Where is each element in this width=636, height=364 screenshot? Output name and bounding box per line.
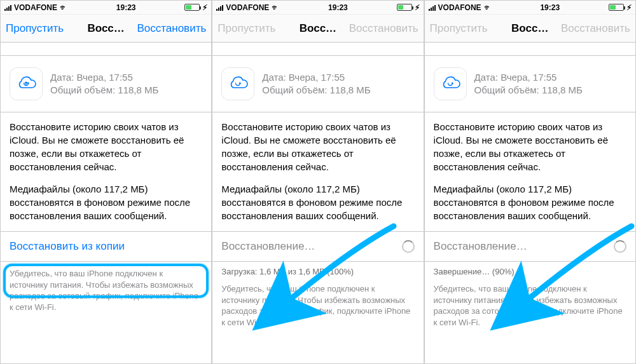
footnote-text: Убедитесь, что ваш iPhone подключен к ис… [1, 262, 211, 321]
restore-nav-button: Восстановить [349, 22, 418, 35]
cloud-restore-icon [10, 67, 43, 100]
restore-label: Восстановление… [221, 240, 315, 253]
backup-size: Общий объём: 118,8 МБ [474, 84, 583, 97]
skip-button: Пропустить [430, 22, 488, 35]
battery-icon [184, 4, 200, 11]
backup-date: Дата: Вчера, 17:55 [50, 71, 158, 84]
spinner-icon [614, 240, 626, 253]
backup-size: Общий объём: 118,8 МБ [50, 84, 158, 97]
description-text: Восстановите историю своих чатов из iClo… [1, 112, 211, 227]
status-bar: VODAFONE ᯤ 19:23 ⚡︎ [212, 1, 423, 15]
skip-button: Пропустить [218, 22, 275, 35]
screen-2: VODAFONE ᯤ 19:23 ⚡︎ Пропустить Восс… Вос… [212, 0, 424, 364]
clock: 19:23 [328, 3, 348, 12]
wifi-icon: ᯤ [484, 4, 492, 11]
progress-detail: Завершение… (90%) [425, 262, 635, 277]
carrier-label: VODAFONE [438, 3, 481, 12]
charging-icon: ⚡︎ [415, 3, 420, 12]
description-p2: Медиафайлы (около 117,2 МБ) восстановятс… [434, 182, 626, 222]
nav-bar: Пропустить Восс… Восстановить [1, 15, 211, 43]
restore-label: Восстановить из копии [10, 240, 125, 253]
nav-bar: Пропустить Восс… Восстановить [212, 15, 423, 43]
content: Дата: Вчера, 17:55 Общий объём: 118,8 МБ… [212, 43, 423, 363]
status-bar: VODAFONE ᯤ 19:23 ⚡︎ [425, 1, 635, 15]
backup-date: Дата: Вчера, 17:55 [262, 71, 370, 84]
backup-info-row: Дата: Вчера, 17:55 Общий объём: 118,8 МБ [1, 55, 211, 112]
wifi-icon: ᯤ [272, 4, 279, 11]
restore-from-backup-button[interactable]: Восстановить из копии [1, 231, 211, 262]
cloud-restore-icon [221, 67, 254, 100]
description-text: Восстановите историю своих чатов из iClo… [425, 112, 635, 227]
progress-detail: Загрузка: 1,6 МБ из 1,6 МБ (100%) [212, 262, 423, 277]
content: Дата: Вчера, 17:55 Общий объём: 118,8 МБ… [1, 43, 211, 363]
restore-nav-button[interactable]: Восстановить [137, 22, 206, 35]
screen-1: VODAFONE ᯤ 19:23 ⚡︎ Пропустить Восс… Вос… [0, 0, 212, 364]
description-text: Восстановите историю своих чатов из iClo… [212, 112, 423, 227]
restore-progress-row: Восстановление… [425, 231, 635, 262]
description-p1: Восстановите историю своих чатов из iClo… [434, 120, 626, 173]
signal-icon [4, 4, 11, 11]
cloud-restore-icon [434, 67, 467, 100]
signal-icon [429, 4, 436, 11]
content: Дата: Вчера, 17:55 Общий объём: 118,8 МБ… [425, 43, 635, 363]
backup-info-row: Дата: Вчера, 17:55 Общий объём: 118,8 МБ [425, 55, 635, 112]
status-bar: VODAFONE ᯤ 19:23 ⚡︎ [1, 1, 211, 15]
restore-label: Восстановление… [434, 240, 527, 253]
backup-size: Общий объём: 118,8 МБ [262, 84, 370, 97]
nav-bar: Пропустить Восс… Восстановить [425, 15, 635, 43]
restore-progress-row: Восстановление… [212, 231, 423, 262]
description-p1: Восстановите историю своих чатов из iClo… [10, 120, 202, 173]
description-p2: Медиафайлы (около 117,2 МБ) восстановятс… [10, 182, 202, 222]
spinner-icon [402, 240, 415, 253]
battery-icon [609, 4, 624, 11]
skip-button[interactable]: Пропустить [6, 22, 64, 35]
backup-info-row: Дата: Вчера, 17:55 Общий объём: 118,8 МБ [212, 55, 423, 112]
description-p2: Медиафайлы (около 117,2 МБ) восстановятс… [221, 182, 414, 222]
carrier-label: VODAFONE [226, 3, 269, 12]
carrier-label: VODAFONE [14, 3, 57, 12]
clock: 19:23 [540, 3, 560, 12]
charging-icon: ⚡︎ [626, 3, 632, 12]
backup-date: Дата: Вчера, 17:55 [474, 71, 583, 84]
clock: 19:23 [116, 3, 136, 12]
footnote-text: Убедитесь, что ваш iPhone подключен к ис… [212, 277, 423, 337]
screen-3: VODAFONE ᯤ 19:23 ⚡︎ Пропустить Восс… Вос… [424, 0, 636, 364]
description-p1: Восстановите историю своих чатов из iClo… [221, 120, 414, 173]
signal-icon [216, 4, 223, 11]
wifi-icon: ᯤ [60, 4, 67, 11]
charging-icon: ⚡︎ [202, 3, 207, 12]
footnote-text: Убедитесь, что ваш iPhone подключен к ис… [425, 277, 635, 337]
battery-icon [397, 4, 412, 11]
restore-nav-button: Восстановить [561, 22, 630, 35]
